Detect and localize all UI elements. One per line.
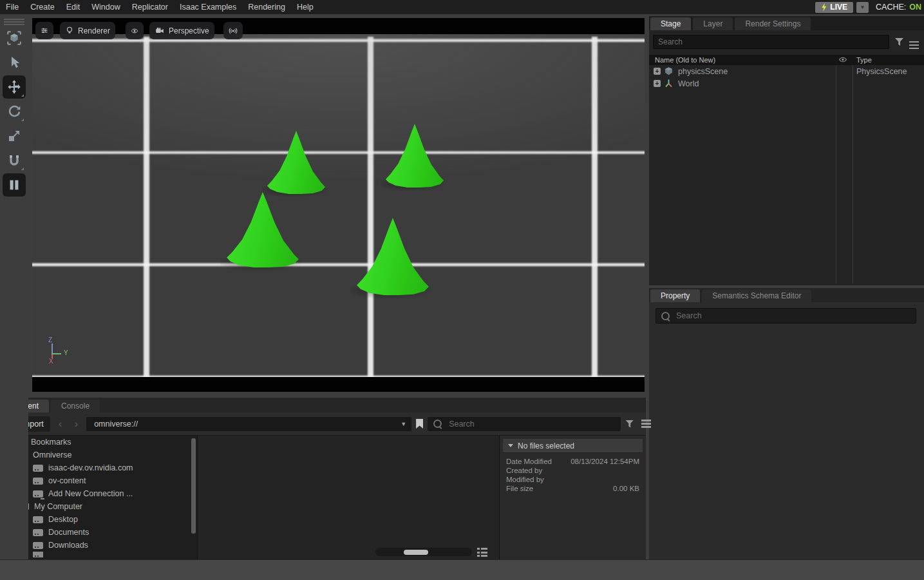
column-separator[interactable] [853, 65, 853, 284]
stage-row-world[interactable]: + World [649, 77, 924, 90]
stage-search-input[interactable] [653, 35, 889, 49]
column-separator[interactable] [836, 65, 836, 284]
move-tool-button[interactable] [3, 75, 26, 99]
tree-item-partial[interactable]: + [0, 552, 197, 557]
cone-object-1[interactable] [267, 131, 326, 194]
tree-item-bookmarks[interactable]: − Bookmarks [0, 436, 197, 449]
tree-item-desktop[interactable]: + Desktop [0, 513, 197, 526]
visibility-column-icon[interactable] [838, 56, 847, 63]
property-search-input[interactable] [675, 311, 910, 321]
snap-tool-button[interactable] [3, 149, 26, 172]
menu-file[interactable]: File [0, 3, 24, 12]
camera-icon [155, 26, 165, 35]
menu-create[interactable]: Create [24, 3, 61, 12]
tab-console[interactable]: Console [51, 400, 100, 412]
tree-item-documents[interactable]: + Documents [0, 526, 197, 539]
cone-object-3[interactable] [226, 192, 299, 267]
content-browser-panel: Content Console + Import ‹ › ▼ − B [0, 398, 646, 559]
menu-replicator[interactable]: Replicator [126, 3, 174, 12]
pause-button[interactable] [3, 173, 26, 197]
menu-rendering[interactable]: Rendering [242, 3, 291, 12]
menu-isaac-examples[interactable]: Isaac Examples [174, 3, 242, 12]
visibility-button[interactable] [126, 22, 144, 39]
menu-edit[interactable]: Edit [61, 3, 86, 12]
tree-item-ov-content[interactable]: + ov-content [0, 474, 197, 487]
selection-header-label: No files selected [518, 441, 574, 450]
select-tool-button[interactable] [3, 51, 26, 74]
prim-name: World [678, 79, 699, 88]
file-details-pane: No files selected Date Modified 08/13/20… [500, 436, 646, 560]
drive-icon [33, 542, 43, 549]
tree-item-label: Documents [48, 528, 89, 537]
stage-row-physics-scene[interactable]: + physicsScene PhysicsScene [649, 65, 924, 77]
tree-item-add-new-connection[interactable]: + Add New Connection ... [0, 487, 197, 500]
viewport-settings-button[interactable] [35, 22, 53, 39]
live-button[interactable]: LIVE [815, 2, 853, 13]
menu-window[interactable]: Window [86, 3, 126, 12]
select-mode-button[interactable] [3, 26, 26, 50]
isaac-sim-window: { "icons": {"plus": "+", "minus": "−", "… [0, 0, 924, 580]
toolbar-grip-handle[interactable] [4, 19, 24, 20]
options-menu-icon[interactable] [641, 420, 651, 421]
lightbulb-icon [65, 26, 74, 35]
cone-object-2[interactable] [385, 124, 444, 188]
pause-icon [7, 178, 21, 192]
rotate-tool-button[interactable] [3, 100, 26, 123]
menu-help[interactable]: Help [291, 3, 319, 12]
view-mode-icon[interactable] [477, 548, 487, 557]
scale-tool-button[interactable] [3, 124, 26, 148]
tree-item-label: ov-content [48, 476, 86, 485]
viewport-letterbox-top [32, 18, 645, 34]
tab-stage[interactable]: Stage [650, 17, 691, 30]
tab-layer[interactable]: Layer [693, 17, 733, 30]
column-type-header[interactable]: Type [856, 56, 872, 64]
renderer-label: Renderer [78, 26, 110, 35]
viewport-3d[interactable]: Renderer Perspective Z Y X [32, 18, 645, 392]
tree-item-label: Downloads [48, 541, 88, 550]
tab-semantics-schema-editor[interactable]: Semantics Schema Editor [702, 289, 811, 302]
tree-item-omniverse[interactable]: − Omniverse [0, 449, 197, 461]
forward-button[interactable]: › [70, 418, 82, 429]
live-dropdown-button[interactable]: ▼ [856, 2, 869, 13]
capture-button[interactable] [223, 22, 243, 39]
bookmark-icon[interactable] [416, 419, 423, 429]
prim-name: physicsScene [678, 67, 728, 76]
tab-render-settings[interactable]: Render Settings [735, 17, 811, 30]
flyout-indicator [21, 119, 24, 121]
expand-icon[interactable]: + [654, 80, 661, 87]
tree-scrollbar[interactable] [191, 438, 196, 534]
options-menu-icon[interactable] [909, 41, 919, 43]
cone-object-4[interactable] [356, 218, 429, 295]
path-dropdown-icon[interactable]: ▼ [401, 421, 406, 427]
address-bar: ▼ [86, 417, 411, 431]
camera-label: Perspective [169, 26, 209, 35]
tree-item-isaac-dev-server[interactable]: + isaac-dev.ov.nvidia.com [0, 461, 197, 474]
cache-status: ON [909, 3, 921, 12]
selection-header[interactable]: No files selected [503, 439, 643, 453]
sliders-icon [41, 25, 48, 36]
renderer-button[interactable]: Renderer [60, 22, 115, 39]
tab-property[interactable]: Property [650, 289, 700, 302]
column-name-header[interactable]: Name (Old to New) [649, 56, 715, 64]
viewport-scene[interactable] [32, 34, 645, 377]
eye-icon [131, 26, 138, 35]
record-waves-icon [229, 26, 238, 36]
filter-icon[interactable] [895, 38, 903, 46]
content-body: − Bookmarks − Omniverse + isaac-dev.ov.n… [0, 435, 646, 560]
thumbnail-size-slider[interactable] [375, 548, 472, 556]
slider-handle[interactable] [404, 550, 428, 555]
tree-item-my-computer[interactable]: − My Computer [0, 500, 197, 513]
filter-icon[interactable] [625, 420, 634, 428]
tree-item-label: Add New Connection ... [48, 489, 133, 498]
tree-item-downloads[interactable]: + Downloads [0, 539, 197, 552]
content-search-box [428, 417, 621, 431]
axis-y-label: Y [64, 349, 68, 356]
content-search-input[interactable] [448, 419, 615, 429]
flyout-indicator [21, 168, 24, 170]
path-input[interactable] [86, 417, 411, 431]
camera-button[interactable]: Perspective [149, 22, 214, 39]
expand-icon[interactable]: + [654, 68, 661, 75]
file-grid-pane[interactable] [198, 436, 500, 560]
scale-icon [6, 128, 22, 144]
back-button[interactable]: ‹ [55, 418, 66, 429]
